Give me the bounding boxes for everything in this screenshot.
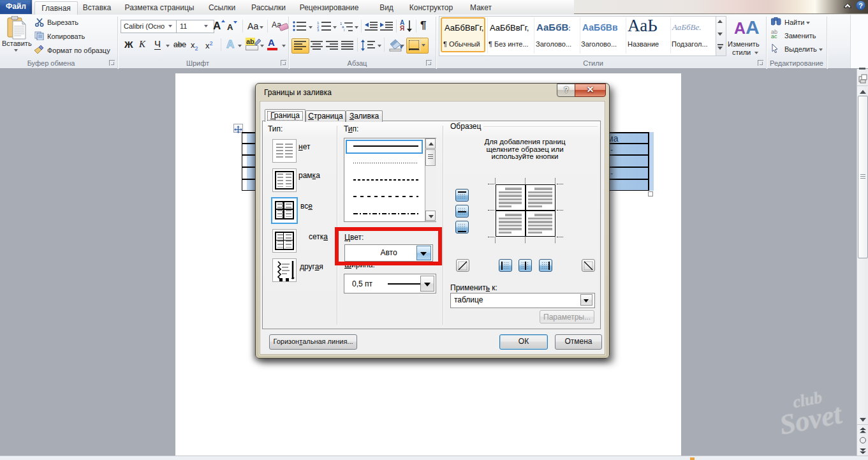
svg-text:i: i	[344, 28, 344, 31]
svg-text:3: 3	[317, 28, 320, 31]
